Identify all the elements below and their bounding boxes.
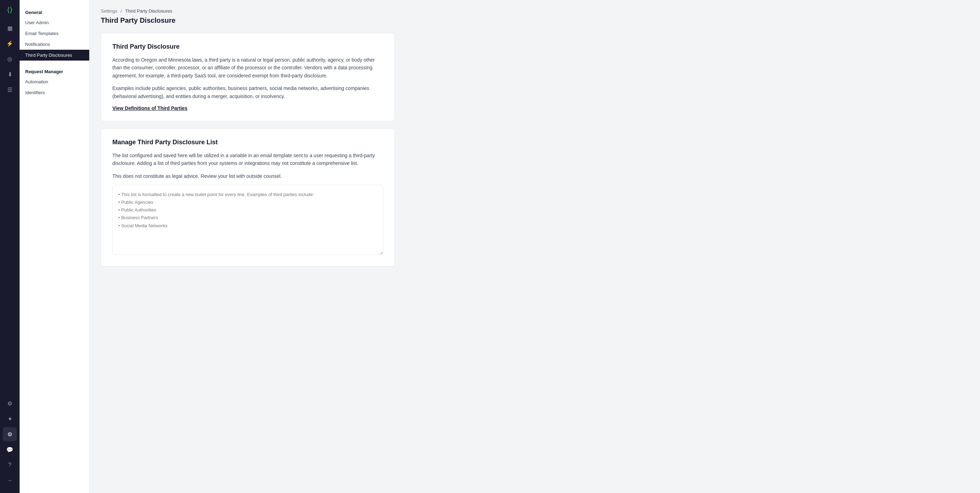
list-icon[interactable]: ☰ <box>3 83 17 97</box>
icon-sidebar: ⟨⟩ ▦ ⚡ ◎ ⬇ ☰ ⚙ ✦ ⚙ 💬 ? → <box>0 0 20 493</box>
third-party-list-textarea[interactable] <box>112 185 383 255</box>
nav-identifiers[interactable]: Identifiers <box>20 87 89 98</box>
breadcrumb-current: Third Party Disclosures <box>125 8 172 14</box>
general-section-header: General <box>20 7 89 17</box>
chat-icon[interactable]: 💬 <box>3 443 17 456</box>
manage-card-paragraph2: This does not constitute as legal advice… <box>112 172 383 180</box>
app-logo: ⟨⟩ <box>7 6 13 14</box>
info-card-title: Third Party Disclosure <box>112 43 383 50</box>
bolt-icon[interactable]: ⚡ <box>3 37 17 50</box>
request-manager-section-header: Request Manager <box>20 66 89 77</box>
left-navigation: General User Admin Email Templates Notif… <box>20 0 90 493</box>
nav-notifications[interactable]: Notifications <box>20 39 89 50</box>
download-icon[interactable]: ⬇ <box>3 67 17 81</box>
view-definitions-link[interactable]: View Definitions of Third Parties <box>112 105 187 111</box>
gear-active-icon[interactable]: ⚙ <box>3 427 17 441</box>
wand-icon[interactable]: ✦ <box>3 412 17 426</box>
manage-card-paragraph1: The list configured and saved here will … <box>112 152 383 168</box>
nav-third-party-disclosures[interactable]: Third Party Disclosures <box>20 50 89 61</box>
logout-icon[interactable]: → <box>3 473 17 487</box>
info-card-paragraph1: According to Oregon and Minnesota laws, … <box>112 56 383 80</box>
help-icon[interactable]: ? <box>3 458 17 472</box>
page-title: Third Party Disclosure <box>101 16 969 24</box>
nav-user-admin[interactable]: User Admin <box>20 17 89 28</box>
settings-icon[interactable]: ⚙ <box>3 396 17 410</box>
nav-email-templates[interactable]: Email Templates <box>20 28 89 39</box>
breadcrumb-root[interactable]: Settings <box>101 8 117 14</box>
nav-automation[interactable]: Automation <box>20 77 89 87</box>
info-card: Third Party Disclosure According to Oreg… <box>101 33 395 121</box>
main-content: Settings / Third Party Disclosures Third… <box>90 0 980 493</box>
manage-card: Manage Third Party Disclosure List The l… <box>101 129 395 266</box>
breadcrumb: Settings / Third Party Disclosures <box>101 8 969 14</box>
breadcrumb-separator: / <box>121 8 122 14</box>
target-icon[interactable]: ◎ <box>3 52 17 66</box>
manage-card-title: Manage Third Party Disclosure List <box>112 139 383 146</box>
info-card-paragraph2: Examples include public agencies, public… <box>112 85 383 100</box>
chart-icon[interactable]: ▦ <box>3 21 17 35</box>
